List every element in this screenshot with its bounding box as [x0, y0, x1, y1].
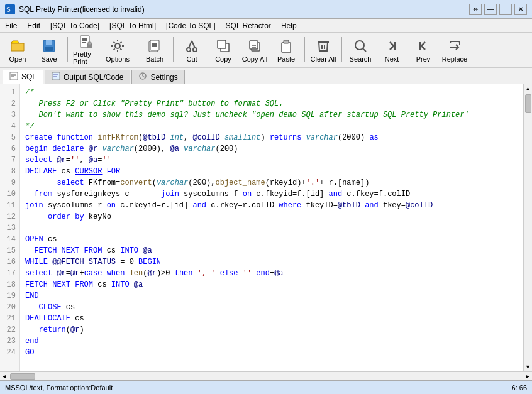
svg-text:S: S	[6, 6, 11, 13]
svg-rect-11	[88, 42, 91, 45]
toolbar-btn-next[interactable]: Next	[377, 34, 407, 65]
next-icon	[383, 37, 401, 55]
copy-icon	[214, 37, 232, 55]
toolbar-label-prev: Prev	[416, 55, 431, 63]
svg-line-44	[143, 76, 145, 77]
toolbar-separator-2	[67, 37, 68, 62]
toolbar-btn-copy[interactable]: Copy	[208, 34, 238, 65]
line-number-14: 14	[4, 234, 16, 245]
menu-item-sqltocode[interactable]: [SQL To Code]	[45, 19, 104, 32]
line-number-23: 23	[4, 336, 16, 347]
toolbar-label-next: Next	[385, 55, 399, 63]
maximize-button[interactable]: □	[499, 4, 512, 15]
toolbar-label-batch: Batch	[146, 55, 163, 63]
toolbar-btn-batch[interactable]: Batch	[140, 34, 170, 65]
code-line-14: OPEN cs	[25, 234, 518, 245]
svg-point-31	[355, 41, 364, 50]
line-number-15: 15	[4, 245, 16, 256]
line-number-5: 5	[4, 132, 16, 143]
menu-item-edit[interactable]: Edit	[22, 19, 45, 32]
svg-rect-35	[10, 72, 18, 80]
scrollbar-vertical[interactable]: ▲ ▼	[523, 84, 532, 371]
toolbar-label-paste: Paste	[277, 55, 295, 63]
scrollbar-down[interactable]: ▼	[524, 363, 533, 371]
svg-rect-4	[46, 40, 52, 45]
restore-button[interactable]: ⇔	[469, 4, 482, 15]
menu-item-file[interactable]: File	[0, 19, 22, 32]
minimize-button[interactable]: —	[484, 4, 497, 15]
line-number-22: 22	[4, 324, 16, 336]
toolbar-btn-copy-all[interactable]: Copy All	[240, 34, 270, 65]
line-number-10: 10	[4, 189, 16, 200]
code-line-8: DECLARE cs CURSOR FOR	[25, 166, 518, 177]
line-number-6: 6	[4, 143, 16, 155]
toolbar-btn-pretty-print[interactable]: Pretty Print	[71, 34, 101, 65]
batch-icon	[146, 37, 163, 55]
menu-item-help[interactable]: Help	[276, 19, 302, 32]
toolbar-btn-options[interactable]: Options	[103, 34, 133, 65]
tab-sql[interactable]: SQL	[3, 70, 43, 84]
status-right: 6: 66	[477, 384, 527, 391]
menu-item-sqlrefactor[interactable]: SQL Refactor	[221, 19, 276, 32]
save-icon	[40, 37, 58, 55]
code-line-12: order by keyNo	[25, 211, 518, 222]
toolbar-btn-paste[interactable]: Paste	[271, 34, 301, 65]
scrollbar-thumb[interactable]	[525, 94, 531, 113]
svg-line-32	[363, 48, 366, 52]
tab-output[interactable]: Output SQL/Code	[45, 70, 130, 84]
line-number-11: 11	[4, 200, 16, 211]
toolbar-separator-4	[136, 37, 136, 62]
code-line-2: Press F2 or Click "Pretty Print" button …	[25, 98, 518, 109]
status-bar: MSSQL/text, Format option:Default 6: 66	[0, 380, 532, 394]
scrollbar-horizontal[interactable]: ◄ ►	[0, 371, 532, 380]
scrollbar-right[interactable]: ►	[523, 372, 532, 381]
toolbar-separator-10	[341, 37, 342, 62]
scrollbar-hthumb[interactable]	[10, 373, 35, 380]
menu-item-sqltohtml[interactable]: [SQL To Html]	[104, 19, 161, 32]
tab-label-settings: Settings	[150, 73, 177, 82]
toolbar-btn-replace[interactable]: Replace	[440, 34, 470, 65]
tab-settings[interactable]: Settings	[131, 70, 184, 84]
window-controls: ⇔ — □ ✕	[469, 4, 527, 15]
toolbar-btn-prev[interactable]: Prev	[408, 34, 438, 65]
status-left: MSSQL/text, Format option:Default	[5, 384, 477, 391]
prev-icon	[414, 37, 432, 55]
app-title: SQL Pretty Printer(licensed to invalid)	[19, 5, 469, 14]
copy-all-icon	[246, 37, 263, 55]
toolbar-separator-9	[304, 37, 305, 62]
options-icon	[109, 37, 126, 55]
scrollbar-left[interactable]: ◄	[0, 372, 9, 381]
line-number-17: 17	[4, 268, 16, 279]
close-button[interactable]: ✕	[514, 4, 527, 15]
tab-icon-output	[52, 72, 60, 82]
line-number-19: 19	[4, 290, 16, 302]
toolbar-btn-clear-all[interactable]: Clear All	[308, 34, 338, 65]
code-line-1: /*	[25, 87, 518, 98]
toolbar-separator-5	[173, 37, 174, 62]
code-line-4: */	[25, 121, 518, 132]
scrollbar-up[interactable]: ▲	[524, 84, 533, 93]
code-line-23: end	[25, 336, 518, 347]
menu-item-codetosql[interactable]: [Code To SQL]	[161, 19, 221, 32]
svg-point-17	[187, 48, 191, 52]
code-line-18: FETCH NEXT FROM cs INTO @a	[25, 279, 518, 290]
toolbar-btn-save[interactable]: Save	[34, 34, 64, 65]
toolbar-btn-cut[interactable]: Cut	[177, 34, 207, 65]
toolbar-label-save: Save	[41, 55, 57, 63]
line-number-20: 20	[4, 302, 16, 313]
code-line-15: FETCH NEXT FROM cs INTO @a	[25, 245, 518, 256]
toolbar-btn-open[interactable]: Open	[3, 34, 33, 65]
search-icon	[352, 37, 369, 55]
svg-point-12	[115, 43, 120, 48]
toolbar-btn-search[interactable]: Search	[345, 34, 375, 65]
line-number-24: 24	[4, 347, 16, 358]
code-line-13	[25, 222, 518, 234]
code-text[interactable]: /* Press F2 or Click "Pretty Print" butt…	[20, 84, 523, 371]
code-line-22: return(@r)	[25, 324, 518, 336]
line-number-16: 16	[4, 256, 16, 268]
line-number-9: 9	[4, 177, 16, 189]
code-area: 123456789101112131415161718192021222324 …	[0, 84, 532, 380]
tab-label-output: Output SQL/Code	[64, 73, 123, 82]
paste-icon	[277, 37, 295, 55]
line-number-4: 4	[4, 121, 16, 132]
